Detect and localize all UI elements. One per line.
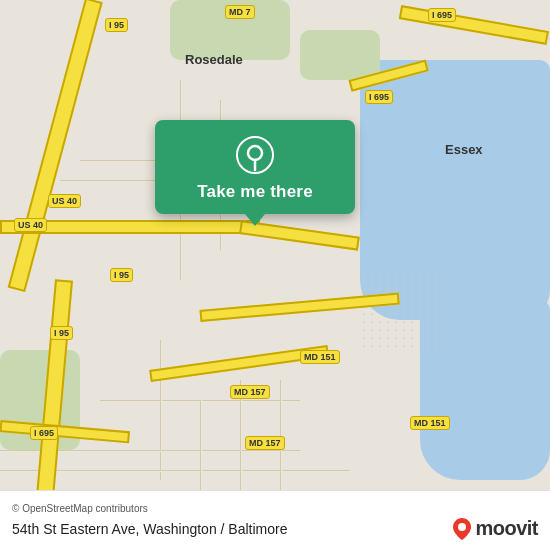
location-pin-icon [236, 136, 274, 174]
label-i695-lower: I 695 [30, 426, 58, 440]
label-i95-top: I 95 [105, 18, 128, 32]
popup-label: Take me there [197, 182, 313, 202]
label-essex: Essex [445, 142, 483, 157]
label-us40-sign: US 40 [14, 218, 47, 232]
location-title: 54th St Eastern Ave, Washington / Baltim… [12, 517, 538, 540]
map-container: I 95 MD 7 I 695 I 695 US 40 US 40 I 95 M… [0, 0, 550, 490]
urban-grid [360, 270, 440, 350]
street-6 [160, 340, 162, 480]
svg-point-3 [458, 523, 466, 531]
label-rosedale: Rosedale [185, 52, 243, 67]
moovit-logo: moovit [453, 517, 538, 540]
location-text: 54th St Eastern Ave, Washington / Baltim… [12, 521, 287, 537]
moovit-pin-icon [453, 518, 471, 540]
label-md157: MD 157 [230, 385, 270, 399]
label-md151: MD 151 [300, 350, 340, 364]
label-md7: MD 7 [225, 5, 255, 19]
svg-point-1 [248, 146, 262, 160]
green-area-2 [300, 30, 380, 80]
osm-credit: © OpenStreetMap contributors [12, 503, 538, 514]
moovit-text: moovit [475, 517, 538, 540]
bottom-bar: © OpenStreetMap contributors 54th St Eas… [0, 490, 550, 550]
label-md157-lower: MD 157 [245, 436, 285, 450]
street-9 [200, 400, 202, 490]
label-i95-mid: I 95 [110, 268, 133, 282]
label-i695-right: I 695 [365, 90, 393, 104]
label-i695-top-right: I 695 [428, 8, 456, 22]
label-md151-lower: MD 151 [410, 416, 450, 430]
label-i95-lower: I 95 [50, 326, 73, 340]
street-11 [280, 380, 282, 490]
label-us40-left: US 40 [48, 194, 81, 208]
take-me-there-popup[interactable]: Take me there [155, 120, 355, 214]
